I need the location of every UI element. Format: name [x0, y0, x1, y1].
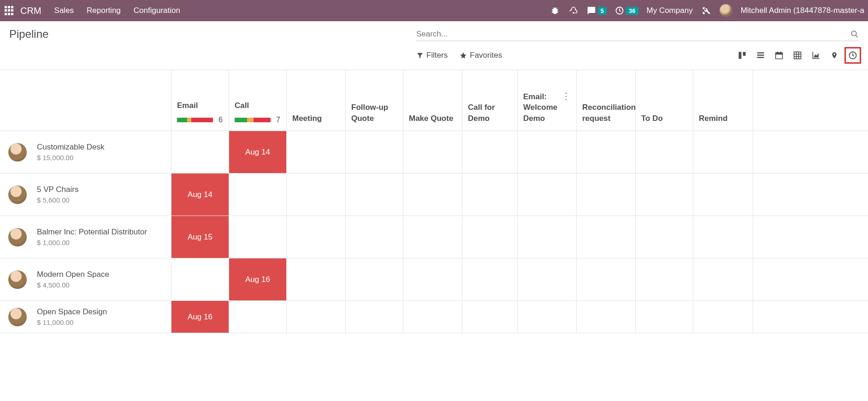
- activity-cell[interactable]: [462, 258, 518, 300]
- row-label[interactable]: Balmer Inc: Potential Distributor$ 1,000…: [0, 216, 171, 258]
- column-header[interactable]: To Do: [636, 70, 693, 131]
- activity-cell[interactable]: [636, 258, 693, 300]
- column-header[interactable]: Email: Welcome Demo⋮: [518, 70, 577, 131]
- row-label[interactable]: Open Space Design$ 11,000.00: [0, 301, 171, 333]
- activity-cell[interactable]: [462, 301, 518, 333]
- column-header[interactable]: Reconciliation request: [577, 70, 636, 131]
- activity-cell[interactable]: [346, 174, 403, 215]
- favorites-button[interactable]: Favorites: [460, 51, 502, 60]
- column-header[interactable]: Remind: [693, 70, 753, 131]
- grid-row: 5 VP Chairs$ 5,600.00Aug 14: [0, 174, 868, 216]
- filters-label: Filters: [426, 51, 448, 60]
- activity-cell[interactable]: [287, 216, 346, 258]
- support-icon[interactable]: [568, 6, 579, 16]
- activity-cell[interactable]: [171, 131, 229, 173]
- bug-icon[interactable]: [550, 6, 560, 16]
- activity-cell[interactable]: [229, 301, 287, 333]
- search-icon[interactable]: [850, 30, 859, 38]
- activity-cell[interactable]: [171, 258, 229, 300]
- apps-icon[interactable]: [4, 5, 15, 16]
- view-graph-icon[interactable]: [810, 49, 822, 61]
- activity-cell[interactable]: [462, 131, 518, 173]
- kebab-icon[interactable]: ⋮: [561, 91, 571, 101]
- activity-cell[interactable]: [518, 301, 577, 333]
- activity-cell[interactable]: Aug 14: [171, 174, 229, 215]
- activity-cell[interactable]: [693, 258, 753, 300]
- clock-badge[interactable]: 36: [615, 6, 638, 15]
- activity-cell[interactable]: [636, 174, 693, 215]
- activity-cell[interactable]: [636, 301, 693, 333]
- activity-cell[interactable]: [346, 301, 403, 333]
- activity-cell[interactable]: [693, 216, 753, 258]
- view-calendar-icon[interactable]: [773, 49, 785, 61]
- user-avatar-icon[interactable]: [720, 4, 732, 17]
- activity-cell[interactable]: [577, 216, 636, 258]
- activity-cell[interactable]: [518, 216, 577, 258]
- column-header[interactable]: Email6: [171, 70, 229, 131]
- column-count: 7: [276, 116, 280, 124]
- row-label[interactable]: Modern Open Space$ 4,500.00: [0, 258, 171, 300]
- activity-cell[interactable]: Aug 16: [229, 258, 287, 300]
- view-pivot-icon[interactable]: [791, 49, 803, 61]
- activity-cell[interactable]: [287, 174, 346, 215]
- nav-reporting[interactable]: Reporting: [87, 6, 121, 15]
- activity-cell[interactable]: [346, 258, 403, 300]
- activity-cell[interactable]: [518, 258, 577, 300]
- user-menu[interactable]: Mitchell Admin (18447878-master-a: [741, 6, 864, 15]
- activity-cell[interactable]: [577, 301, 636, 333]
- chat-count: 5: [598, 7, 607, 15]
- activity-cell[interactable]: [403, 216, 462, 258]
- activity-cell[interactable]: [577, 174, 636, 215]
- column-header[interactable]: Call7: [229, 70, 287, 131]
- activity-cell[interactable]: [693, 174, 753, 215]
- activity-cell[interactable]: Aug 16: [171, 301, 229, 333]
- row-label[interactable]: Customizable Desk$ 15,000.00: [0, 131, 171, 173]
- search-bar[interactable]: [416, 28, 859, 41]
- activity-cell[interactable]: Aug 14: [229, 131, 287, 173]
- search-input[interactable]: [416, 30, 847, 39]
- activity-cell[interactable]: [518, 174, 577, 215]
- activity-cell[interactable]: [403, 131, 462, 173]
- app-brand[interactable]: CRM: [20, 6, 41, 16]
- activity-cell[interactable]: [403, 301, 462, 333]
- lead-name: Modern Open Space: [37, 270, 109, 279]
- activity-cell[interactable]: [229, 174, 287, 215]
- activity-cell[interactable]: [462, 174, 518, 215]
- activity-cell[interactable]: [636, 216, 693, 258]
- activity-cell[interactable]: [287, 131, 346, 173]
- view-map-icon[interactable]: [828, 49, 840, 61]
- avatar-icon: [8, 270, 27, 289]
- filters-button[interactable]: Filters: [416, 51, 448, 60]
- activity-cell[interactable]: [693, 131, 753, 173]
- view-activity-icon[interactable]: [847, 49, 859, 61]
- activity-cell[interactable]: [346, 131, 403, 173]
- column-header[interactable]: Call for Demo: [462, 70, 518, 131]
- activity-cell[interactable]: [518, 131, 577, 173]
- activity-cell[interactable]: [577, 258, 636, 300]
- activity-cell[interactable]: [287, 301, 346, 333]
- topbar-right: 5 36 My Company Mitchell Admin (18447878…: [550, 4, 864, 17]
- activity-cell[interactable]: [403, 174, 462, 215]
- activity-cell[interactable]: [403, 258, 462, 300]
- row-label[interactable]: 5 VP Chairs$ 5,600.00: [0, 174, 171, 215]
- tools-icon[interactable]: [701, 6, 711, 16]
- column-header[interactable]: Follow-up Quote: [346, 70, 403, 131]
- company-selector[interactable]: My Company: [647, 6, 693, 15]
- activity-cell[interactable]: [287, 258, 346, 300]
- nav-configuration[interactable]: Configuration: [134, 6, 180, 15]
- chat-badge[interactable]: 5: [587, 6, 607, 15]
- column-header[interactable]: Make Quote: [403, 70, 462, 131]
- column-header[interactable]: Meeting: [287, 70, 346, 131]
- activity-cell[interactable]: [229, 216, 287, 258]
- view-kanban-icon[interactable]: [736, 49, 748, 61]
- activity-cell[interactable]: Aug 15: [171, 216, 229, 258]
- nav-sales[interactable]: Sales: [54, 6, 74, 15]
- activity-cell[interactable]: [462, 216, 518, 258]
- avatar-icon: [8, 143, 27, 162]
- activity-cell[interactable]: [577, 131, 636, 173]
- grid-row: Customizable Desk$ 15,000.00Aug 14: [0, 131, 868, 174]
- activity-cell[interactable]: [346, 216, 403, 258]
- activity-cell[interactable]: [636, 131, 693, 173]
- view-list-icon[interactable]: [755, 49, 767, 61]
- activity-cell[interactable]: [693, 301, 753, 333]
